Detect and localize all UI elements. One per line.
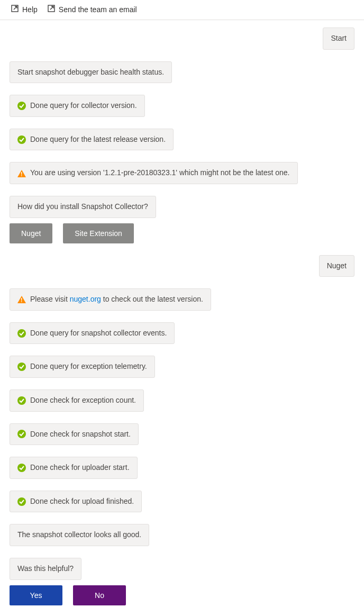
message-text: Start snapshot debugger basic health sta… <box>17 67 164 78</box>
user-message-nuget: Nuget <box>319 255 354 277</box>
check-icon <box>17 430 26 438</box>
message-text: How did you install Snapshot Collector? <box>17 202 148 212</box>
check-icon <box>17 396 26 405</box>
bot-message: Done query for snapshot collector events… <box>10 322 175 345</box>
message-text: Done query for exception telemetry. <box>30 361 147 372</box>
bot-message: The snapshot collector looks all good. <box>10 524 149 546</box>
message-text: Was this helpful? <box>17 564 74 574</box>
message-text: Done query for snapshot collector events… <box>30 328 167 339</box>
toolbar: Help Send the team an email <box>0 0 364 20</box>
bot-message: Done query for exception telemetry. <box>10 356 155 378</box>
check-icon <box>17 464 26 472</box>
check-icon <box>17 363 26 371</box>
chat-log: Start Start snapshot debugger basic heal… <box>0 20 364 607</box>
message-text: Done check for upload finished. <box>30 496 134 507</box>
warning-icon <box>17 170 26 177</box>
bot-message: Done check for snapshot start. <box>10 423 139 446</box>
help-link[interactable]: Help <box>11 4 38 14</box>
message-text: Done check for uploader start. <box>30 463 130 473</box>
yes-button[interactable]: Yes <box>10 585 62 605</box>
bot-message: Done check for uploader start. <box>10 457 138 479</box>
check-icon <box>17 102 26 110</box>
bot-message: Start snapshot debugger basic health sta… <box>10 61 172 84</box>
check-icon <box>17 135 26 144</box>
message-text: Done query for collector version. <box>30 101 137 111</box>
bot-message: How did you install Snapshot Collector? <box>10 196 156 218</box>
message-text: Done check for snapshot start. <box>30 429 131 440</box>
message-text: Done query for the latest release versio… <box>30 134 166 145</box>
message-text: Please visit nuget.org to check out the … <box>30 294 203 305</box>
check-icon <box>17 497 26 506</box>
bot-message: Done check for exception count. <box>10 389 144 412</box>
external-link-icon <box>11 4 19 14</box>
user-message-text: Nuget <box>327 261 347 271</box>
bot-message: Done check for upload finished. <box>10 491 142 513</box>
check-icon <box>17 329 26 338</box>
site-extension-button[interactable]: Site Extension <box>63 223 134 243</box>
user-message-start: Start <box>323 28 354 50</box>
external-link-icon <box>47 4 56 14</box>
warning-icon <box>17 296 26 303</box>
no-button[interactable]: No <box>73 585 126 605</box>
text-part: to check out the latest version. <box>101 295 203 303</box>
nuget-link[interactable]: nuget.org <box>70 295 101 303</box>
email-label: Send the team an email <box>59 5 137 14</box>
help-label: Help <box>22 5 38 14</box>
nuget-button[interactable]: Nuget <box>10 223 52 243</box>
bot-message: Was this helpful? <box>10 558 81 580</box>
user-message-text: Start <box>331 33 347 44</box>
bot-message-warning: Please visit nuget.org to check out the … <box>10 288 211 311</box>
bot-message: Done query for the latest release versio… <box>10 129 174 151</box>
message-text: The snapshot collector looks all good. <box>17 530 141 540</box>
message-text: You are using version '1.2.1-pre-2018032… <box>30 168 290 178</box>
bot-message-warning: You are using version '1.2.1-pre-2018032… <box>10 162 298 184</box>
bot-message: Done query for collector version. <box>10 95 145 117</box>
message-text: Done check for exception count. <box>30 395 136 406</box>
text-part: Please visit <box>30 295 70 303</box>
send-email-link[interactable]: Send the team an email <box>47 4 137 14</box>
